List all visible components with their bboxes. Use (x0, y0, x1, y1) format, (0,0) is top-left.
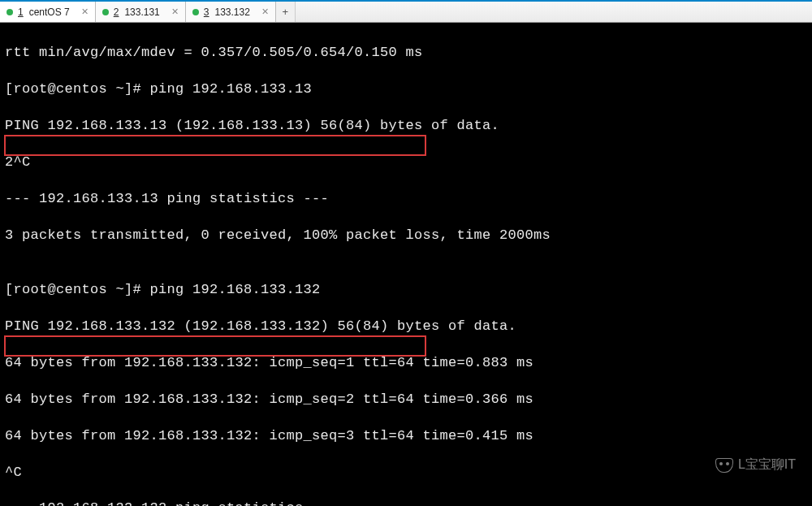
terminal-line: --- 192.168.133.132 ping statistics --- (5, 500, 807, 506)
watermark-text: L宝宝聊IT (738, 456, 796, 474)
terminal-line: --- 192.168.133.13 ping statistics --- (5, 190, 807, 208)
terminal-line: 64 bytes from 192.168.133.132: icmp_seq=… (5, 427, 807, 445)
close-icon[interactable]: ✕ (165, 6, 179, 17)
terminal-line: 3 packets transmitted, 0 received, 100% … (5, 227, 807, 244)
status-dot-icon (102, 9, 109, 15)
tab-bar-filler (296, 2, 812, 22)
terminal-line: 64 bytes from 192.168.133.132: icmp_seq=… (5, 391, 807, 409)
tab-133-132[interactable]: 3 133.132 ✕ (186, 2, 276, 22)
terminal-line: PING 192.168.133.132 (192.168.133.132) 5… (5, 318, 807, 335)
close-icon[interactable]: ✕ (75, 6, 89, 17)
tab-label: 133.131 (124, 6, 159, 18)
tab-centos7[interactable]: 1 centOS 7 ✕ (0, 2, 96, 22)
tab-133-131[interactable]: 2 133.131 ✕ (96, 2, 186, 22)
tab-number: 3 (204, 6, 209, 18)
watermark: L宝宝聊IT (715, 456, 796, 474)
status-dot-icon (6, 9, 13, 15)
terminal-line: rtt min/avg/max/mdev = 0.357/0.505/0.654… (5, 44, 807, 62)
tab-label: 133.132 (214, 6, 249, 18)
tab-number: 2 (114, 6, 119, 18)
close-icon[interactable]: ✕ (255, 6, 269, 17)
terminal-line: 64 bytes from 192.168.133.132: icmp_seq=… (5, 354, 807, 372)
terminal-output[interactable]: rtt min/avg/max/mdev = 0.357/0.505/0.654… (0, 23, 812, 506)
tab-number: 1 (18, 6, 24, 18)
tab-bar: 1 centOS 7 ✕ 2 133.131 ✕ 3 133.132 ✕ + (0, 2, 812, 23)
terminal-line: [root@centos ~]# ping 192.168.133.13 (5, 80, 807, 98)
wechat-icon (715, 458, 733, 473)
terminal-line: 2^C (5, 154, 807, 171)
terminal-line: ^C (5, 464, 807, 482)
terminal-line: [root@centos ~]# ping 192.168.133.132 (5, 281, 807, 299)
tab-label: centOS 7 (29, 6, 70, 18)
add-tab-button[interactable]: + (276, 2, 296, 22)
terminal-line: PING 192.168.133.13 (192.168.133.13) 56(… (5, 117, 807, 135)
status-dot-icon (192, 9, 199, 15)
